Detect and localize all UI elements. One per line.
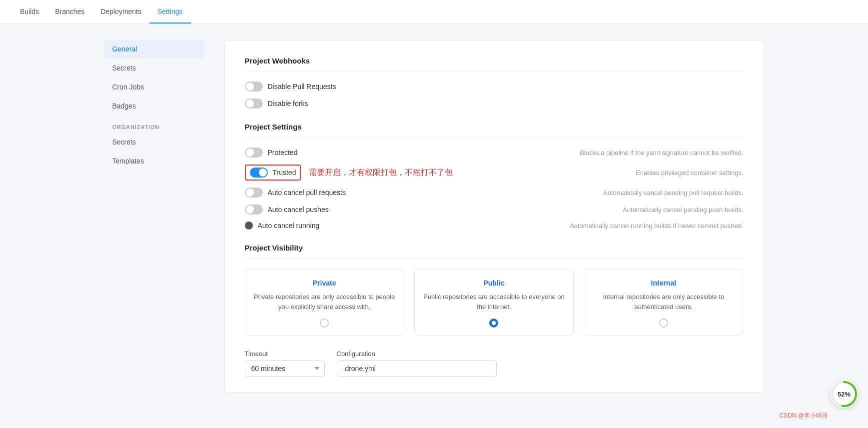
auto-cancel-running-desc: Automatically cancel running builds if n… [570,222,744,230]
sidebar-item-general[interactable]: General [104,40,204,58]
sidebar: General Secrets Cron Jobs Badges ORGANIZ… [104,40,204,393]
trusted-toggle[interactable] [250,168,268,178]
top-nav: Builds Branches Deployments Settings [0,0,868,24]
internal-card-title: Internal [592,279,735,287]
sidebar-item-secrets[interactable]: Secrets [104,59,204,77]
private-radio-button[interactable] [320,318,329,328]
protected-toggle[interactable] [245,148,263,158]
progress-widget: 52% [830,380,858,408]
internal-radio[interactable] [592,318,735,328]
internal-card-desc: Internal repositories are only accessibl… [592,292,735,312]
auto-cancel-running-label: Auto cancel running [258,222,320,230]
public-card-desc: Public repositories are accessible to ev… [423,292,565,312]
progress-ring [830,380,858,408]
disable-forks-label: Disable forks [268,100,308,108]
nav-builds[interactable]: Builds [12,0,47,24]
trusted-desc: Enables privileged container settings. [636,169,743,176]
disable-pull-requests-label: Disable Pull Requests [268,82,336,90]
nav-branches[interactable]: Branches [47,0,92,24]
disable-forks-row: Disable forks [245,98,744,108]
protected-label: Protected [268,148,298,156]
project-settings-title: Project Settings [245,122,744,138]
private-card-title: Private [253,279,396,287]
trusted-annotation: 需要开启，才有权限打包，不然打不了包 [309,168,453,178]
configuration-label: Configuration [337,350,497,358]
auto-cancel-pr-label: Auto cancel pull requests [268,188,346,196]
timeout-group: Timeout 60 minutes 30 minutes 120 minute… [245,350,325,376]
auto-cancel-pr-toggle[interactable] [245,188,263,198]
project-visibility-section: Project Visibility Private Private repos… [245,244,744,336]
auto-cancel-pushes-label: Auto cancel pushes [268,206,329,214]
page-layout: General Secrets Cron Jobs Badges ORGANIZ… [84,24,784,409]
disable-pull-requests-row: Disable Pull Requests [245,82,744,92]
timeout-select[interactable]: 60 minutes 30 minutes 120 minutes [245,360,325,376]
sidebar-item-org-secrets[interactable]: Secrets [104,133,204,151]
auto-cancel-pr-row: Auto cancel pull requests Automatically … [245,188,744,198]
configuration-group: Configuration [337,350,497,376]
sidebar-item-cron-jobs[interactable]: Cron Jobs [104,78,204,96]
project-visibility-title: Project Visibility [245,244,744,258]
project-settings-section: Project Settings Protected Blocks a pipe… [245,122,744,230]
disable-forks-toggle[interactable] [245,98,263,108]
private-card-desc: Private repositories are only accessible… [253,292,396,312]
trusted-label: Trusted [273,168,296,176]
auto-cancel-pushes-row: Auto cancel pushes Automatically cancel … [245,204,744,214]
auto-cancel-pr-desc: Automatically cancel pending pull reques… [603,189,743,196]
timeout-label: Timeout [245,350,325,358]
main-content: Project Webhooks Disable Pull Requests D… [224,40,764,393]
auto-cancel-running-row: Auto cancel running Automatically cancel… [245,222,744,230]
visibility-card-public[interactable]: Public Public repositories are accessibl… [414,268,574,336]
disable-pull-requests-toggle[interactable] [245,82,263,92]
trusted-highlight-box: Trusted [245,164,301,180]
auto-cancel-running-indicator [245,222,253,230]
internal-radio-button[interactable] [659,318,668,328]
public-card-title: Public [423,279,565,287]
nav-settings[interactable]: Settings [149,0,191,24]
visibility-cards: Private Private repositories are only ac… [245,268,744,336]
timeout-config-row: Timeout 60 minutes 30 minutes 120 minute… [245,350,744,376]
project-webhooks-section: Project Webhooks Disable Pull Requests D… [245,56,744,108]
visibility-card-internal[interactable]: Internal Internal repositories are only … [584,268,743,336]
configuration-input[interactable] [337,360,497,376]
private-radio[interactable] [253,318,396,328]
visibility-card-private[interactable]: Private Private repositories are only ac… [245,268,404,336]
sidebar-item-templates[interactable]: Templates [104,152,204,170]
project-webhooks-title: Project Webhooks [245,56,744,72]
org-section-label: ORGANIZATION [104,116,204,133]
trusted-row: Trusted 需要开启，才有权限打包，不然打不了包 Enables privi… [245,164,744,180]
auto-cancel-pushes-desc: Automatically cancel pending push builds… [623,206,743,214]
public-radio[interactable] [423,318,565,328]
auto-cancel-pushes-toggle[interactable] [245,204,263,214]
public-radio-button[interactable] [489,318,498,328]
nav-deployments[interactable]: Deployments [92,0,149,24]
sidebar-item-badges[interactable]: Badges [104,97,204,115]
protected-desc: Blocks a pipeline if the yaml signature … [580,149,743,156]
protected-row: Protected Blocks a pipeline if the yaml … [245,148,744,158]
